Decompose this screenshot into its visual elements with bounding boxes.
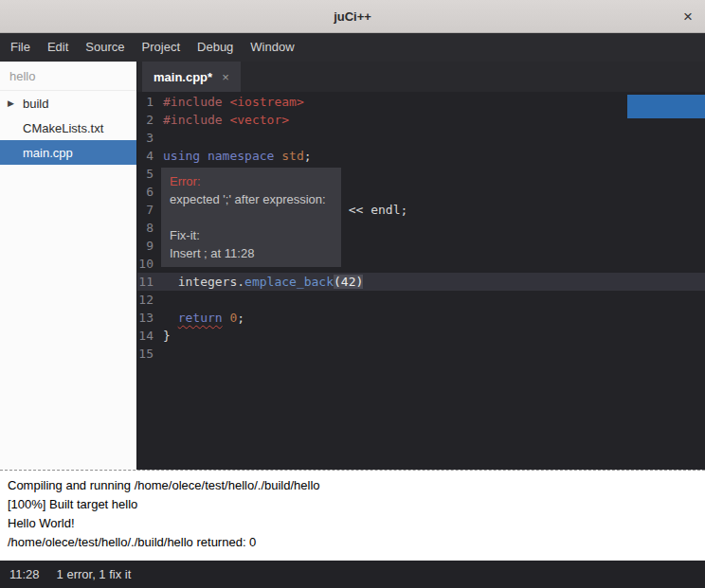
code-text: #include <vector> <box>158 111 289 129</box>
code-segment: std <box>281 149 303 163</box>
menu-file[interactable]: File <box>2 33 39 62</box>
code-segment: <vector> <box>229 113 289 127</box>
line-number: 12 <box>137 291 158 309</box>
code-text: using namespace std; <box>158 147 312 165</box>
window-title: juCi++ <box>334 9 371 24</box>
code-segment: ; <box>237 311 244 325</box>
line-number: 7 <box>137 201 158 219</box>
line-number: 5 <box>137 165 158 183</box>
code-line[interactable]: 4using namespace std; <box>137 147 705 165</box>
code-segment: ; <box>304 149 312 163</box>
sidebar-item-cmakelists-txt[interactable]: CMakeLists.txt <box>0 116 136 140</box>
project-name-header: hello <box>0 62 136 91</box>
code-text: #include <iostream> <box>158 93 304 111</box>
code-segment: integers. <box>163 275 244 289</box>
tab-label: main.cpp* <box>154 70 212 84</box>
code-line[interactable]: 15 <box>137 345 705 363</box>
status-bar: 11:28 1 error, 1 fix it <box>0 561 705 588</box>
menu-bar: FileEditSourceProjectDebugWindow <box>0 33 705 62</box>
code-text: integers.emplace_back(42) <box>158 273 363 291</box>
code-segment: return <box>178 311 223 325</box>
menu-window[interactable]: Window <box>242 33 302 62</box>
fixit-message: Insert ; at 11:28 <box>170 244 333 262</box>
code-segment: emplace_back <box>244 275 334 289</box>
code-line[interactable]: 3 <box>137 129 705 147</box>
code-line[interactable]: 11 integers.emplace_back(42) <box>137 273 705 291</box>
terminal-output-line: [100%] Built target hello <box>8 495 697 514</box>
close-window-icon[interactable]: × <box>683 9 693 25</box>
code-segment: << endl; <box>341 203 407 217</box>
line-number: 6 <box>137 183 158 201</box>
code-line[interactable]: 2#include <vector> <box>137 111 705 129</box>
fixit-label: Fix-it: <box>170 226 333 244</box>
sidebar-item-main-cpp[interactable]: main.cpp <box>0 140 136 165</box>
editor-column: main.cpp* × 1#include <iostream>2#includ… <box>137 62 705 470</box>
diagnostics-summary: 1 error, 1 fix it <box>57 567 132 581</box>
code-segment: } <box>163 329 171 343</box>
line-number: 13 <box>137 309 158 327</box>
code-segment: (42) <box>334 275 363 289</box>
code-segment <box>200 149 208 163</box>
code-text <box>158 345 163 363</box>
error-label: Error: <box>170 172 333 190</box>
app-window: juCi++ × FileEditSourceProjectDebugWindo… <box>0 0 705 588</box>
terminal-output-line: /home/olece/test/hello/./build/hello ret… <box>8 533 697 552</box>
code-segment: #include <box>163 95 229 109</box>
line-number: 8 <box>137 219 158 237</box>
line-number: 14 <box>137 327 158 345</box>
line-number: 3 <box>137 129 158 147</box>
code-text: } <box>158 327 171 345</box>
main-area: hello ▶buildCMakeLists.txtmain.cpp main.… <box>0 62 705 470</box>
code-line[interactable]: 1#include <iostream> <box>137 93 705 111</box>
file-tree: ▶buildCMakeLists.txtmain.cpp <box>0 91 136 165</box>
menu-project[interactable]: Project <box>134 33 189 62</box>
tree-item-label: build <box>23 97 48 111</box>
code-text <box>158 291 163 309</box>
menu-edit[interactable]: Edit <box>39 33 77 62</box>
code-line[interactable]: 13 return 0; <box>137 309 705 327</box>
file-tree-sidebar: hello ▶buildCMakeLists.txtmain.cpp <box>0 62 137 470</box>
line-number: 15 <box>137 345 158 363</box>
terminal-output-line: Hello World! <box>8 514 697 533</box>
terminal-output-line: Compiling and running /home/olece/test/h… <box>8 476 697 495</box>
code-segment: <iostream> <box>229 95 303 109</box>
line-number: 10 <box>137 255 158 273</box>
menu-source[interactable]: Source <box>77 33 133 62</box>
terminal-output-panel[interactable]: Compiling and running /home/olece/test/h… <box>0 470 705 561</box>
code-segment: using <box>163 149 200 163</box>
tab-main-cpp[interactable]: main.cpp* × <box>142 62 241 92</box>
tree-item-label: CMakeLists.txt <box>23 121 103 135</box>
tree-item-label: main.cpp <box>23 146 73 160</box>
line-number: 1 <box>137 93 158 111</box>
line-number: 11 <box>137 273 158 291</box>
tab-close-icon[interactable]: × <box>222 70 229 84</box>
line-number: 9 <box>137 237 158 255</box>
code-text: return 0; <box>158 309 244 327</box>
code-text <box>158 129 163 147</box>
code-segment: namespace <box>208 149 274 163</box>
cursor-position: 11:28 <box>9 567 40 581</box>
sidebar-item-build[interactable]: ▶build <box>0 91 136 116</box>
code-editor[interactable]: 1#include <iostream>2#include <vector>34… <box>137 92 705 470</box>
diagnostic-tooltip: Error: expected ';' after expression: Fi… <box>161 168 341 267</box>
error-message: expected ';' after expression: <box>170 190 333 208</box>
code-line[interactable]: 12 <box>137 291 705 309</box>
menu-debug[interactable]: Debug <box>189 33 242 62</box>
line-number: 2 <box>137 111 158 129</box>
line-number: 4 <box>137 147 158 165</box>
code-line[interactable]: 14} <box>137 327 705 345</box>
title-bar[interactable]: juCi++ × <box>0 0 705 33</box>
expander-icon[interactable]: ▶ <box>8 98 14 108</box>
scrollbar-thumb[interactable] <box>627 95 705 118</box>
code-segment: #include <box>163 113 229 127</box>
tab-bar: main.cpp* × <box>137 62 705 92</box>
tooltip-spacer <box>170 208 333 226</box>
code-segment <box>163 311 178 325</box>
